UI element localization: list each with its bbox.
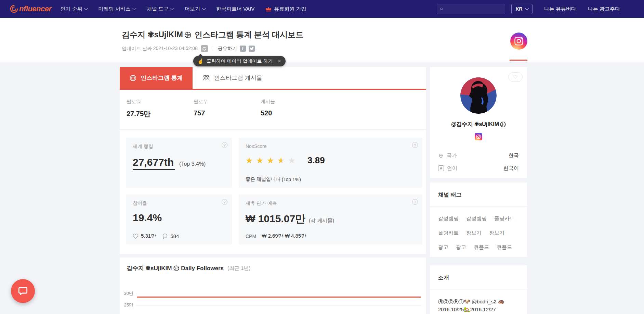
world-rank-value[interactable]: 27,677th [133,156,175,170]
engagement-detail: 5.31만 584 [133,233,185,239]
instagram-link-icon[interactable] [475,133,482,142]
nav-right: KR 나는 유튜버다 나는 광고주다 [437,4,620,14]
channel-tag[interactable]: 감성캠핑 [466,215,487,222]
followers-data-line [137,297,421,298]
divider [213,46,213,51]
nav-item-more[interactable]: 더보기 [185,6,205,12]
channel-tag[interactable]: 장보기 [489,230,504,236]
stat-posts: 게시물 520 [261,99,328,129]
avatar [460,77,497,114]
language-icon: A [438,165,444,171]
summary-stats: 팔로워 27.75만 팔로우 757 게시물 520 [120,90,426,130]
share-label: 공유하기 [218,46,237,52]
help-icon[interactable]: ? [222,142,227,148]
channel-tags-title: 채널 태그 [430,183,527,206]
nav-item-partner-vaiv[interactable]: 한국파트너 VAIV [216,6,254,12]
noxscore-note: 좋은 채널입니다 (Top 1%) [246,176,301,183]
y-tick-25: 25만 [120,302,133,308]
search-input[interactable] [446,6,502,12]
metric-cards: 세계 랭킹 ? 27,677th (Top 3.4%) NoxScore ? ★… [126,138,422,244]
sponsored-price-unit: (각 게시물) [309,217,334,224]
favorite-button[interactable]: ♡ [508,72,523,82]
tab-instagram-stats[interactable]: 인스타그램 통계 [120,67,193,89]
live-chat-button[interactable] [11,279,35,303]
facebook-share-icon[interactable]: f [240,46,246,52]
stat-followers: 팔로워 27.75만 [127,99,194,129]
chevron-down-icon [202,6,206,10]
world-rank-card: 세계 랭킹 ? 27,677th (Top 3.4%) [126,138,232,188]
globe-icon [129,74,137,82]
about-card: 소개 ⒷⓄⒹⓇⒾ🐶 @bodri_s2 🦔 2016.10/25🏡2016.12… [430,265,527,314]
active-platform-underline [510,60,527,61]
channel-tag[interactable]: 폴딩카트 [494,215,515,222]
chevron-down-icon [525,6,529,10]
tab-instagram-posts[interactable]: 인스타그램 게시물 [193,67,262,89]
cpm-row: CPM ₩ 2.69만-₩ 4.85만 [246,233,306,239]
likes-count: 5.31만 [141,233,156,239]
update-row: 업데이트 날짜 2021-10-23 04:52:08 공유하기 f [122,45,255,52]
help-icon[interactable]: ? [222,199,227,205]
chevron-down-icon [132,6,136,10]
posts-icon [202,74,210,82]
comments-count: 584 [170,233,179,239]
channel-tag[interactable]: 장보기 [466,230,482,236]
volleyball-icon [184,32,191,38]
about-text: ⒷⓄⒹⓇⒾ🐶 @bodri_s2 🦔 2016.10/25🏡2016.12/27 [430,289,527,313]
engagement-card: 참여율 ? 19.4% 5.31만 584 [126,194,232,244]
tooltip-close-icon[interactable]: ✕ [277,59,281,64]
instagram-platform-icon[interactable] [510,33,527,51]
refresh-data-button[interactable] [201,45,208,52]
profile-meta: 국가 한국 A 언어 한국어 [438,149,519,175]
help-icon[interactable]: ? [412,199,418,205]
heart-icon: ♡ [513,74,517,80]
y-tick-30: 30만 [120,290,133,297]
profile-card: ♡ @김수지 ✾sUjlKlM [430,67,527,178]
noxscore-value: 3.89 [307,155,325,166]
volleyball-icon [500,122,506,127]
country-value: 한국 [509,152,519,159]
language-value: 한국어 [503,165,519,172]
search-icon [440,7,443,12]
twitter-share-icon[interactable] [249,46,255,52]
star-rating: ★★★★★★★★★★ [246,156,299,165]
country-row: 국가 한국 [438,149,519,162]
channel-tag[interactable]: 폴딩카트 [438,230,459,236]
engagement-value: 19.4% [133,212,225,224]
instagram-handle: @김수지 ✾sUjlKlM [430,121,527,128]
comment-icon [162,233,168,239]
search-box[interactable] [437,4,505,14]
language-selector[interactable]: KR [511,4,532,14]
language-row: A 언어 한국어 [438,162,519,175]
twitter-bird-icon [250,47,254,51]
nav-item-channel-tools[interactable]: 채널 도구 [147,6,174,12]
channel-tag[interactable]: 광고 [456,244,466,251]
crown-icon [265,7,272,12]
nav-item-rankings[interactable]: 인기 순위 [61,6,88,12]
nav-link-im-advertiser[interactable]: 나는 광고주다 [588,6,620,12]
about-title: 소개 [430,265,527,289]
sponsored-price-card: 제휴 단가 예측 ? ₩ 1015.07만 (각 게시물) CPM ₩ 2.69… [239,194,422,244]
nav-link-im-youtuber[interactable]: 나는 유튜버다 [544,6,576,12]
logo-text: nfluencer [19,4,52,13]
channel-tag[interactable]: 광고 [438,244,448,251]
daily-followers-panel: 김수지 ✾sUjlKlM Daily Followers (최근 1년) 30만… [120,258,426,314]
chevron-down-icon [170,6,174,10]
chevron-down-icon [84,6,88,10]
noxinfluencer-logo[interactable]: nfluencer [10,4,52,13]
page-header: 김수지 ✾sUjlKlM 인스타그램 통계 분석 대시보드 업데이트 날짜 20… [0,18,644,62]
chart-date-range: (최근 1년) [227,265,251,272]
channel-tag[interactable]: 큐폴드 [474,244,489,251]
nav-item-marketing[interactable]: 마케팅 서비스 [98,6,136,12]
nav-menu: 인기 순위 마케팅 서비스 채널 도구 더보기 한국파트너 VAIV 유료회원 … [61,6,306,12]
world-rank-top-percent: (Top 3.4%) [179,161,206,167]
help-icon[interactable]: ? [412,142,418,148]
channel-tag[interactable]: 큐폴드 [497,244,512,251]
volleyball-icon [173,265,179,271]
gridline [136,305,422,306]
cpm-value: ₩ 2.69만-₩ 4.85만 [262,233,306,239]
page-title: 김수지 ✾sUjlKlM 인스타그램 통계 분석 대시보드 [122,29,303,40]
update-date-text: 업데이트 날짜 2021-10-23 04:52:08 [122,46,198,52]
channel-tag[interactable]: 감성캠핑 [438,215,459,222]
chat-bubble-icon [17,286,28,297]
nav-item-premium-signup[interactable]: 유료회원 가입 [265,6,306,12]
